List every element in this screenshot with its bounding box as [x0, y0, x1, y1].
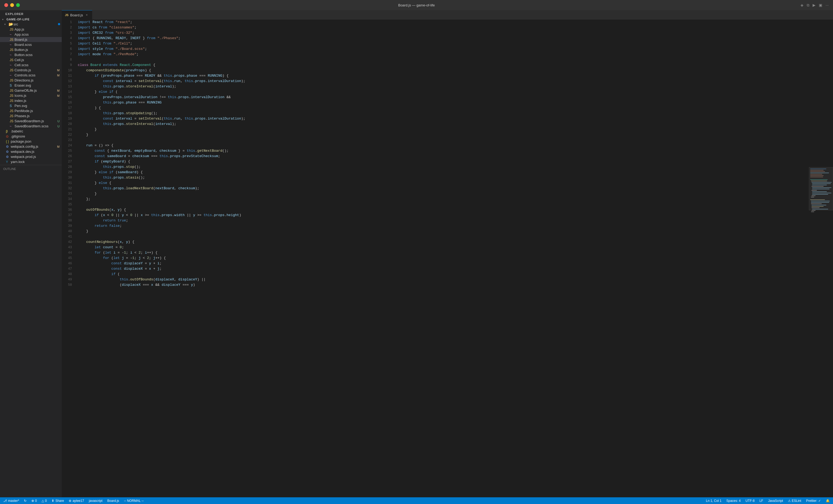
close-button[interactable] — [4, 3, 8, 7]
language-selector[interactable]: JavaScript — [767, 497, 784, 504]
line-number: 8 — [62, 57, 75, 62]
sidebar-item-phases-js[interactable]: JS Phases.js — [0, 114, 62, 119]
split-icon[interactable]: ⧉ — [807, 3, 809, 7]
code-line: if (prevProps.phase === READY && this.pr… — [78, 73, 809, 79]
sidebar-item-gitignore[interactable]: ⊙ .gitignore — [0, 134, 62, 139]
sidebar-item-yarn-lock[interactable]: Y yarn.lock — [0, 159, 62, 164]
project-root-folder[interactable]: ▾ GAME-OF-LIFE — [0, 17, 62, 21]
sidebar-item-directions-js[interactable]: JS Directions.js — [0, 78, 62, 83]
vim-mode: -- NORMAL -- — [123, 497, 145, 504]
file-label: Cell.js — [15, 58, 62, 62]
warnings-indicator[interactable]: △ 0 — [41, 497, 48, 504]
sidebar-item-savedboarditem-scss[interactable]: ~ SavedBoardItem.scss U — [0, 124, 62, 129]
sidebar-item-penmode-js[interactable]: JS PenMode.js — [0, 108, 62, 114]
line-number: 11 — [62, 73, 75, 79]
modified-dot — [58, 23, 60, 25]
sidebar-item-webpack-prod[interactable]: ⚙ webpack.prod.js — [0, 154, 62, 159]
code-line: import cs from "classnames"; — [78, 25, 809, 30]
sidebar-item-index-js[interactable]: JS index.js — [0, 98, 62, 103]
cursor-position[interactable]: Ln 1, Col 1 — [705, 497, 722, 504]
code-line: import CRC32 from "crc-32"; — [78, 30, 809, 36]
line-number: 50 — [62, 282, 75, 288]
minimize-button[interactable] — [10, 3, 14, 7]
sidebar-item-webpack-config[interactable]: ⚙ webpack.config.js M — [0, 144, 62, 149]
more-icon[interactable]: ··· — [826, 3, 829, 7]
file-label: Pen.svg — [15, 104, 62, 108]
code-editor[interactable]: 1 2 3 4 5 6 7 8 9 10 11 12 13 14 15 16 1… — [62, 20, 833, 497]
sidebar-item-controls-scss[interactable]: ~ Controls.scss M — [0, 73, 62, 78]
sidebar-item-webpack-dev[interactable]: ⚙ webpack.dev.js — [0, 149, 62, 154]
sidebar-item-app-scss[interactable]: ~ App.scss — [0, 32, 62, 37]
indentation-label: Spaces: 4 — [727, 499, 741, 503]
eslint-status[interactable]: ⚠ ESLint — [787, 497, 803, 504]
sidebar-item-package-json[interactable]: { } package.json — [0, 139, 62, 144]
status-bar: ⎇ master* ↻ ⊗ 0 △ 0 ⬆ Share ⊛ aytee17 ja… — [0, 497, 833, 504]
line-ending[interactable]: LF — [758, 497, 764, 504]
run-icon[interactable]: ▶ — [813, 3, 815, 7]
modified-badge: M — [56, 69, 61, 72]
code-line: } else { — [78, 180, 809, 186]
sidebar-item-button-scss[interactable]: ~ Button.scss — [0, 52, 62, 57]
breadcrumb-file[interactable]: Board.js — [106, 497, 120, 504]
sidebar-item-pen-svg[interactable]: S Pen.svg — [0, 103, 62, 108]
sidebar-item-icons-js[interactable]: JS Icons.js M — [0, 93, 62, 98]
file-label: webpack.dev.js — [11, 150, 62, 154]
sidebar-item-controls-js[interactable]: JS Controls.js M — [0, 68, 62, 73]
sidebar-item-app-js[interactable]: JS App.js — [0, 27, 62, 32]
sidebar-item-savedboarditem-js[interactable]: JS SavedBoardItem.js U — [0, 119, 62, 124]
sidebar-item-board-js[interactable]: JS Board.js — [0, 37, 62, 42]
sidebar-item-gameoflife-js[interactable]: JS GameOfLife.js M — [0, 88, 62, 93]
errors-count: ⊗ 0 — [31, 499, 37, 503]
share-icon: ⬆ — [51, 499, 54, 503]
file-label: Icons.js — [15, 94, 56, 98]
sidebar-item-board-scss[interactable]: ~ Board.scss — [0, 42, 62, 47]
json-file-icon: { } — [6, 140, 11, 144]
code-line: this.props.loadNextBoard(nextBoard, chec… — [78, 186, 809, 191]
line-ending-label: LF — [759, 499, 763, 503]
line-number: 17 — [62, 105, 75, 111]
line-number: 43 — [62, 245, 75, 250]
prettier-status[interactable]: Prettier: ✓ — [805, 497, 822, 504]
js-file-icon: JS — [10, 99, 15, 103]
git-branch[interactable]: ⎇ master* — [2, 497, 20, 504]
line-number: 34 — [62, 197, 75, 202]
maximize-button[interactable] — [16, 3, 20, 7]
outline-section[interactable]: OUTLINE — [0, 165, 62, 173]
sidebar: Explorer ▾ GAME-OF-LIFE ▾ 📂 src JS App.j… — [0, 10, 62, 497]
sidebar-item-babelrc[interactable]: β .babelrc — [0, 129, 62, 134]
js-file-icon: JS — [10, 119, 15, 123]
js-file-icon: JS — [10, 28, 15, 31]
sidebar-item-button-js[interactable]: JS Button.js — [0, 47, 62, 52]
modified-badge: M — [56, 94, 61, 97]
tab-board-js[interactable]: JS Board.js × — [62, 10, 92, 20]
code-line: return false; — [78, 223, 809, 229]
tab-file-icon: JS — [65, 14, 68, 17]
search-icon[interactable]: ◈ — [801, 3, 804, 7]
code-line: const sameBoard = checksum === this.prop… — [78, 154, 809, 159]
sidebar-item-eraser-svg[interactable]: S Eraser.svg — [0, 83, 62, 88]
main-container: Explorer ▾ GAME-OF-LIFE ▾ 📂 src JS App.j… — [0, 10, 833, 497]
errors-indicator[interactable]: ⊗ 0 — [30, 497, 38, 504]
file-label: yarn.lock — [11, 160, 62, 164]
notifications-bell[interactable]: 🔔 — [825, 497, 831, 504]
language-mode[interactable]: javascript — [88, 497, 103, 504]
layout-icon[interactable]: ▣ — [819, 3, 822, 7]
scss-file-icon: ~ — [10, 43, 15, 47]
sidebar-item-cell-js[interactable]: JS Cell.js — [0, 57, 62, 62]
tab-close-button[interactable]: × — [85, 13, 89, 17]
sync-button[interactable]: ↻ — [23, 497, 28, 504]
share-button[interactable]: ⬆ Share — [50, 497, 65, 504]
line-number: 13 — [62, 84, 75, 89]
sidebar-item-cell-scss[interactable]: ~ Cell.scss — [0, 62, 62, 68]
src-folder[interactable]: ▾ 📂 src — [0, 21, 62, 27]
window-controls[interactable] — [4, 3, 20, 7]
editor-area: JS Board.js × 1 2 3 4 5 6 7 8 9 10 11 12… — [62, 10, 833, 497]
code-content[interactable]: import React from "react"; import cs fro… — [75, 20, 809, 497]
indentation[interactable]: Spaces: 4 — [725, 497, 742, 504]
encoding[interactable]: UTF-8 — [744, 497, 756, 504]
code-line: } — [78, 229, 809, 234]
github-user[interactable]: ⊛ aytee17 — [68, 497, 85, 504]
file-label: Board.scss — [15, 43, 62, 47]
code-line: this.props.stopUpdating(); — [78, 111, 809, 116]
eslint-label: ⚠ ESLint — [788, 499, 801, 503]
